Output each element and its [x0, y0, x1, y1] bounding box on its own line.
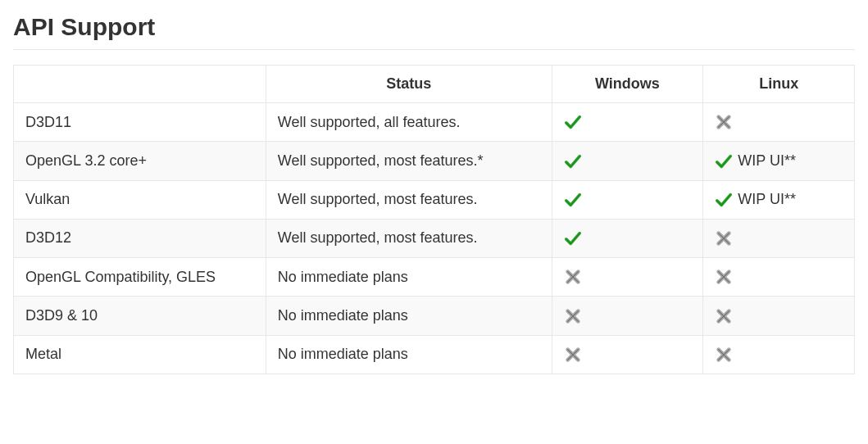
col-header-windows: Windows	[552, 66, 703, 103]
check-icon	[564, 191, 582, 209]
linux-support-cell: WIP UI**	[703, 142, 855, 180]
api-name: OpenGL Compatibility, GLES	[14, 258, 266, 297]
support-note: WIP UI**	[738, 152, 796, 169]
cross-icon	[564, 268, 582, 286]
windows-support-cell	[552, 335, 703, 374]
windows-support-cell	[552, 297, 703, 335]
table-row: VulkanWell supported, most features. WIP…	[14, 180, 855, 219]
status-text: Well supported, all features.	[266, 103, 552, 142]
linux-support-cell	[703, 258, 855, 297]
col-header-blank	[14, 66, 266, 103]
api-name: Vulkan	[14, 180, 266, 219]
status-text: Well supported, most features.	[266, 180, 552, 219]
cross-icon	[715, 229, 733, 247]
windows-support-cell	[552, 258, 703, 297]
table-row: D3D12Well supported, most features.	[14, 219, 855, 257]
table-row: D3D11Well supported, all features.	[14, 103, 855, 142]
linux-support-cell	[703, 103, 855, 142]
check-icon	[564, 152, 582, 170]
windows-support-cell	[552, 103, 703, 142]
api-name: D3D12	[14, 219, 266, 257]
cross-icon	[564, 307, 582, 325]
cross-icon	[715, 113, 733, 131]
check-icon	[715, 152, 733, 170]
col-header-linux: Linux	[703, 66, 855, 103]
check-icon	[564, 229, 582, 247]
status-text: No immediate plans	[266, 335, 552, 374]
linux-support-cell	[703, 297, 855, 335]
api-support-table: Status Windows Linux D3D11Well supported…	[13, 65, 855, 374]
linux-support-cell	[703, 219, 855, 257]
api-name: Metal	[14, 335, 266, 374]
support-note: WIP UI**	[738, 191, 796, 207]
section-heading: API Support	[13, 13, 855, 50]
linux-support-cell	[703, 335, 855, 374]
cross-icon	[715, 346, 733, 364]
windows-support-cell	[552, 142, 703, 180]
windows-support-cell	[552, 180, 703, 219]
api-name: D3D9 & 10	[14, 297, 266, 335]
status-text: Well supported, most features.	[266, 219, 552, 257]
table-row: D3D9 & 10No immediate plans	[14, 297, 855, 335]
windows-support-cell	[552, 219, 703, 257]
status-text: Well supported, most features.*	[266, 142, 552, 180]
cross-icon	[715, 268, 733, 286]
table-row: OpenGL Compatibility, GLESNo immediate p…	[14, 258, 855, 297]
api-name: OpenGL 3.2 core+	[14, 142, 266, 180]
status-text: No immediate plans	[266, 258, 552, 297]
table-row: OpenGL 3.2 core+Well supported, most fea…	[14, 142, 855, 180]
status-text: No immediate plans	[266, 297, 552, 335]
check-icon	[715, 191, 733, 209]
table-row: MetalNo immediate plans	[14, 335, 855, 374]
col-header-status: Status	[266, 66, 552, 103]
linux-support-cell: WIP UI**	[703, 180, 855, 219]
cross-icon	[564, 346, 582, 364]
cross-icon	[715, 307, 733, 325]
check-icon	[564, 113, 582, 131]
api-name: D3D11	[14, 103, 266, 142]
